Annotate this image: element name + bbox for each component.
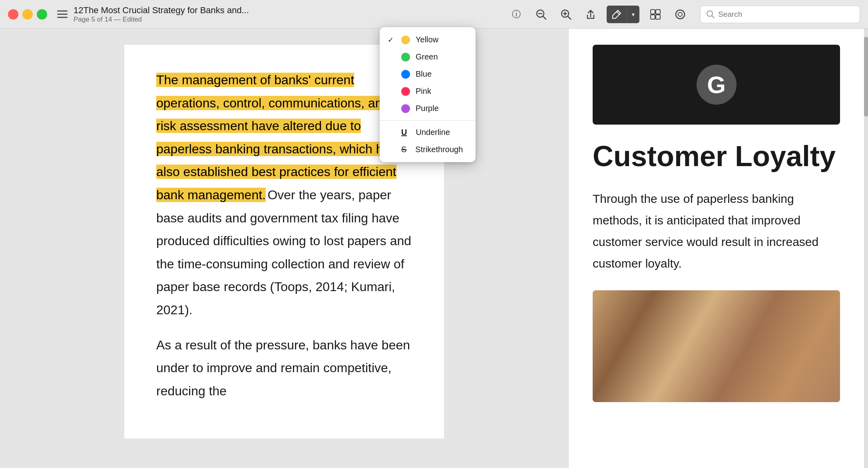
search-bar[interactable] (700, 6, 860, 23)
zoom-out-icon[interactable] (532, 6, 550, 23)
close-button[interactable] (8, 9, 18, 20)
titlebar: 12The Most Crucial Strategy for Banks an… (0, 0, 868, 29)
toolbar: ⓘ (508, 6, 860, 23)
minimize-button[interactable] (22, 9, 33, 20)
highlight-button[interactable] (607, 6, 627, 23)
pink-label: Pink (416, 87, 431, 96)
highlight-button-group[interactable]: ▾ (607, 6, 639, 23)
pink-dot (401, 87, 410, 96)
svg-line-4 (543, 16, 546, 19)
strikethrough-icon: S (401, 145, 406, 154)
fullscreen-button[interactable] (37, 9, 47, 20)
color-green-option[interactable]: ✓ Green (380, 48, 476, 65)
strikethrough-option[interactable]: S Strikethrough (380, 141, 476, 158)
strikethrough-label: Strikethrough (415, 145, 463, 154)
svg-rect-2 (57, 17, 68, 18)
zoom-in-icon[interactable] (557, 6, 575, 23)
svg-point-16 (678, 12, 682, 16)
share-icon[interactable] (582, 6, 599, 23)
title-area: 12The Most Crucial Strategy for Banks an… (74, 5, 249, 24)
right-panel: G Customer Loyalty Through the use of pa… (568, 29, 864, 468)
svg-rect-0 (57, 10, 68, 12)
doc-title: 12The Most Crucial Strategy for Banks an… (74, 5, 249, 16)
svg-rect-13 (651, 15, 655, 19)
yellow-label: Yellow (416, 35, 438, 44)
section-body: Through the use of paperless banking met… (593, 188, 840, 274)
blue-dot (401, 70, 410, 79)
check-icon: ✓ (388, 36, 396, 44)
purple-label: Purple (416, 104, 439, 113)
color-pink-option[interactable]: ✓ Pink (380, 83, 476, 100)
traffic-lights (8, 9, 47, 20)
underline-option[interactable]: U Underline (380, 124, 476, 141)
yellow-dot (401, 36, 410, 44)
green-dot (401, 53, 410, 61)
svg-rect-14 (656, 15, 660, 19)
color-blue-option[interactable]: ✓ Blue (380, 65, 476, 83)
svg-line-18 (712, 16, 714, 18)
svg-line-7 (568, 16, 571, 19)
doc-subtitle: Page 5 of 14 — Edited (74, 16, 249, 24)
color-purple-option[interactable]: ✓ Purple (380, 100, 476, 117)
green-label: Green (416, 52, 438, 61)
blue-label: Blue (416, 69, 432, 79)
document-area[interactable]: The management of banks' current operati… (0, 29, 568, 468)
menu-divider (380, 120, 476, 121)
body-text-1: Over the years, paper base audits and go… (156, 188, 411, 317)
section-title: Customer Loyalty (593, 141, 840, 172)
sidebar-toggle-button[interactable] (55, 7, 70, 22)
body-paragraph-2: As a result of the pressure, banks have … (156, 334, 412, 403)
view-toggle-icon[interactable] (647, 6, 664, 23)
highlighted-paragraph: The management of banks' current operati… (156, 69, 412, 322)
svg-point-15 (676, 10, 685, 19)
underline-icon: U (401, 128, 407, 137)
thumbnail-letter: G (697, 65, 737, 105)
scrollbar-thumb[interactable] (864, 37, 868, 117)
svg-rect-1 (57, 14, 68, 15)
thumbnail-container: G (593, 45, 840, 125)
annotate-icon[interactable] (671, 6, 689, 23)
color-yellow-option[interactable]: ✓ Yellow (380, 31, 476, 48)
loyalty-image (593, 290, 840, 402)
body-text-2: As a result of the pressure, banks have … (156, 338, 410, 398)
color-picker-dropdown: ✓ Yellow ✓ Green ✓ Blue ✓ Pink ✓ Purple … (380, 27, 476, 162)
info-icon[interactable]: ⓘ (508, 6, 525, 23)
purple-dot (401, 104, 410, 113)
search-input[interactable] (718, 10, 854, 19)
underline-label: Underline (416, 128, 450, 137)
svg-rect-12 (656, 10, 660, 14)
highlight-dropdown-arrow[interactable]: ▾ (627, 6, 639, 23)
highlighted-text: The management of banks' current operati… (156, 73, 404, 202)
scrollbar[interactable] (864, 29, 868, 468)
svg-rect-11 (651, 10, 655, 14)
